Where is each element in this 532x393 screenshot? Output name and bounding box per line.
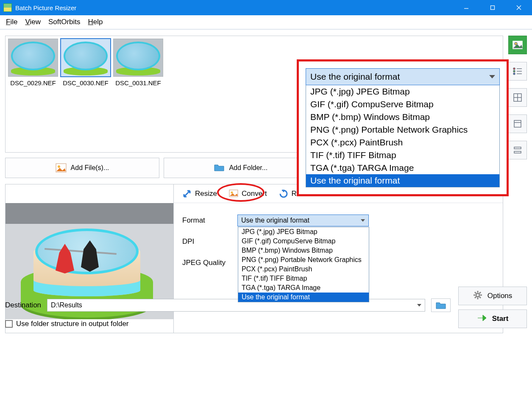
- svg-point-6: [513, 68, 515, 70]
- format-option[interactable]: PCX (*.pcx) PaintBrush: [306, 136, 499, 149]
- chevron-down-icon: [417, 304, 421, 307]
- format-selected: Use the original format: [241, 217, 309, 224]
- format-combobox[interactable]: Use the original format JPG (*.jpg) JPEG…: [237, 215, 369, 226]
- format-combobox-enlarged[interactable]: Use the original format: [306, 68, 500, 85]
- chevron-down-icon: [361, 219, 365, 222]
- minimize-button[interactable]: [453, 0, 479, 15]
- format-option[interactable]: TGA (*.tga) TARGA Image: [306, 162, 499, 174]
- browse-destination-button[interactable]: [431, 298, 451, 312]
- add-files-label: Add File(s)...: [71, 164, 109, 172]
- format-dropdown-enlarged[interactable]: JPG (*.jpg) JPEG Bitmap GIF (*.gif) Comp…: [306, 85, 500, 187]
- close-button[interactable]: [506, 0, 532, 15]
- tab-convert-label: Convert: [242, 190, 267, 198]
- window-controls: [453, 0, 532, 15]
- tab-resize-label: Resize: [195, 190, 217, 198]
- destination-value: D:\Results: [51, 301, 82, 309]
- format-callout-overlay: Use the original format JPG (*.jpg) JPEG…: [297, 59, 509, 196]
- expand-view-button[interactable]: [508, 114, 527, 133]
- options-button[interactable]: Options: [458, 287, 527, 305]
- svg-rect-17: [514, 147, 521, 149]
- app-icon: [3, 3, 12, 12]
- dpi-label: DPI: [182, 237, 229, 246]
- format-option[interactable]: PCX (*.pcx) PaintBrush: [238, 265, 369, 274]
- add-folder-label: Add Folder...: [229, 164, 267, 172]
- svg-point-8: [513, 73, 515, 75]
- format-option[interactable]: JPG (*.jpg) JPEG Bitmap: [238, 227, 369, 237]
- format-option[interactable]: PNG (*.png) Portable Network Graphics: [238, 255, 369, 265]
- add-folder-button[interactable]: Add Folder...: [164, 158, 318, 178]
- start-label: Start: [492, 315, 509, 323]
- grid-view-button[interactable]: [508, 88, 527, 107]
- menu-help[interactable]: Help: [88, 18, 103, 26]
- format-option[interactable]: Use the original format: [306, 174, 499, 187]
- thumbnail-label: DSC_0029.NEF: [8, 79, 58, 86]
- convert-icon: [229, 189, 238, 198]
- format-option[interactable]: Use the original format: [238, 293, 369, 302]
- folder-structure-checkbox[interactable]: [5, 320, 13, 328]
- destination-label: Destination: [5, 301, 41, 309]
- format-label: Format: [182, 216, 229, 225]
- thumbnail-label: DSC_0031.NEF: [113, 79, 163, 86]
- titlebar: Batch Picture Resizer: [0, 0, 532, 15]
- menu-softorbits[interactable]: SoftOrbits: [48, 18, 81, 26]
- compact-view-button[interactable]: [508, 141, 527, 159]
- thumbnail-item[interactable]: DSC_0030.NEF: [61, 39, 111, 86]
- format-dropdown-list[interactable]: JPG (*.jpg) JPEG Bitmap GIF (*.gif) Comp…: [238, 227, 369, 302]
- thumbnail-item[interactable]: DSC_0029.NEF: [8, 39, 58, 86]
- svg-line-30: [475, 292, 476, 293]
- svg-line-33: [475, 297, 476, 298]
- tab-convert[interactable]: Convert: [223, 186, 273, 202]
- svg-point-20: [58, 165, 60, 168]
- options-label: Options: [487, 292, 513, 300]
- svg-line-32: [479, 292, 481, 293]
- rotate-icon: [279, 189, 288, 198]
- format-option[interactable]: TIF (*.tif) TIFF Bitmap: [306, 149, 499, 162]
- folder-icon: [214, 163, 225, 173]
- resize-icon: [182, 189, 192, 198]
- picture-view-button[interactable]: [508, 36, 527, 54]
- menu-view[interactable]: View: [25, 18, 41, 26]
- svg-line-31: [479, 297, 481, 298]
- format-option[interactable]: JPG (*.jpg) JPEG Bitmap: [306, 85, 499, 98]
- format-option[interactable]: BMP (*.bmp) Windows Bitmap: [238, 246, 369, 255]
- list-view-color-button[interactable]: [508, 62, 527, 81]
- maximize-button[interactable]: [479, 0, 506, 15]
- gear-icon: [473, 290, 482, 302]
- menu-file[interactable]: File: [6, 18, 17, 26]
- app-title: Batch Picture Resizer: [15, 4, 76, 11]
- format-option[interactable]: BMP (*.bmp) Windows Bitmap: [306, 111, 499, 123]
- tab-resize[interactable]: Resize: [176, 186, 223, 202]
- start-button[interactable]: Start: [458, 309, 527, 328]
- format-option[interactable]: PNG (*.png) Portable Network Graphics: [306, 123, 499, 136]
- svg-rect-15: [514, 120, 521, 127]
- menubar: File View SoftOrbits Help: [0, 15, 532, 30]
- arrow-right-icon: [477, 314, 487, 324]
- folder-structure-label: Use folder structure in output folder: [16, 320, 129, 328]
- add-files-button[interactable]: Add File(s)...: [5, 158, 159, 178]
- svg-point-7: [513, 70, 515, 72]
- format-option[interactable]: GIF (*.gif) CompuServe Bitmap: [306, 98, 499, 111]
- thumbnail-item[interactable]: DSC_0031.NEF: [113, 39, 163, 86]
- jpeg-quality-label: JPEG Quality: [182, 259, 229, 267]
- thumbnail-label: DSC_0030.NEF: [61, 79, 111, 86]
- format-option[interactable]: TGA (*.tga) TARGA Image: [238, 283, 369, 293]
- svg-point-25: [476, 293, 479, 297]
- format-option[interactable]: GIF (*.gif) CompuServe Bitmap: [238, 237, 369, 246]
- picture-add-icon: [56, 163, 67, 173]
- chevron-down-icon: [489, 75, 495, 78]
- format-option[interactable]: TIF (*.tif) TIFF Bitmap: [238, 274, 369, 283]
- side-toolbar: [508, 36, 527, 159]
- svg-point-24: [231, 191, 233, 193]
- svg-rect-18: [514, 151, 521, 153]
- format-selected-enlarged: Use the original format: [310, 72, 400, 82]
- svg-rect-1: [491, 6, 495, 10]
